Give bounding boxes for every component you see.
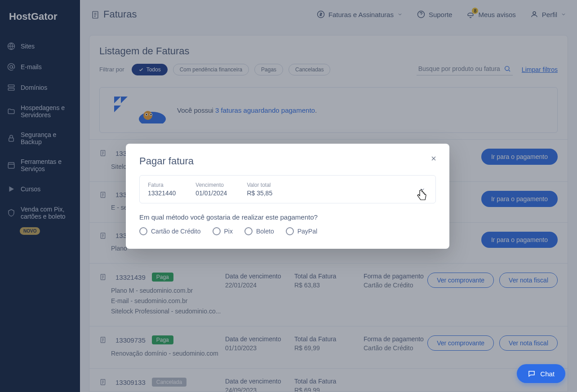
radio-label: PayPal <box>297 228 317 235</box>
radio-circle <box>213 227 221 235</box>
chevron-down-icon <box>419 186 426 193</box>
modal-label-fatura: Fatura <box>148 182 176 188</box>
modal-title: Pagar fatura <box>139 155 436 167</box>
radio-pix[interactable]: Pix <box>213 227 233 235</box>
pay-invoice-modal: Pagar fatura Fatura 13321440 Vencimento … <box>126 144 449 249</box>
radio-boleto[interactable]: Boleto <box>244 227 274 235</box>
chat-icon <box>528 370 536 378</box>
modal-label-venc: Vencimento <box>195 182 227 188</box>
radio-circle <box>286 227 294 235</box>
radio-label: Cartão de Crédito <box>151 228 201 235</box>
chat-label: Chat <box>540 370 555 378</box>
modal-close-button[interactable] <box>429 154 439 163</box>
radio-circle <box>139 227 147 235</box>
close-icon <box>430 155 437 162</box>
radio-cartao[interactable]: Cartão de Crédito <box>139 227 201 235</box>
modal-value-venc: 01/01/2024 <box>195 189 227 197</box>
modal-label-valor: Valor total <box>247 182 272 188</box>
modal-value-valor: R$ 35,85 <box>247 189 272 197</box>
chat-button[interactable]: Chat <box>517 364 565 383</box>
invoice-summary-card[interactable]: Fatura 13321440 Vencimento 01/01/2024 Va… <box>139 175 436 203</box>
payment-method-question: Em qual método você gostaria de realizar… <box>139 213 436 221</box>
modal-value-fatura: 13321440 <box>148 189 176 197</box>
radio-label: Boleto <box>256 228 274 235</box>
radio-circle <box>244 227 253 235</box>
radio-paypal[interactable]: PayPal <box>286 227 317 235</box>
radio-label: Pix <box>224 228 233 235</box>
